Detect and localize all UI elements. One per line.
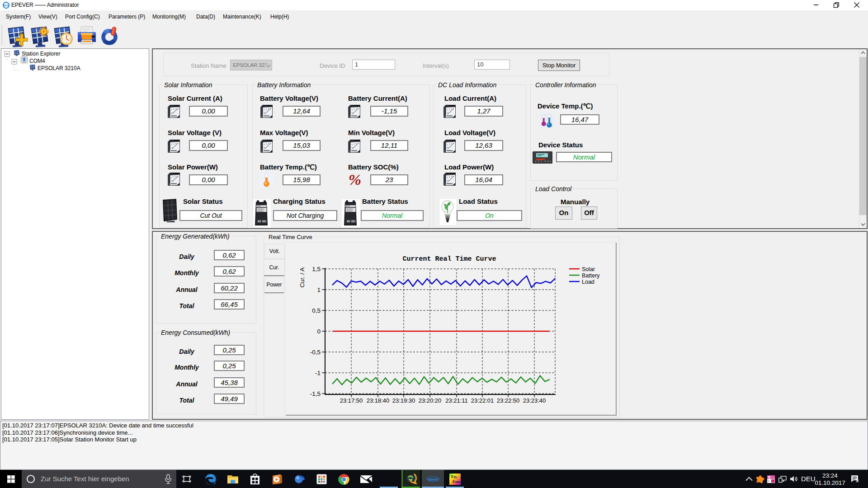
svg-text:0: 0 [317, 328, 321, 335]
svg-text:Current Real Time Curve: Current Real Time Curve [402, 255, 496, 263]
svg-text:23:18:40: 23:18:40 [367, 397, 390, 404]
svg-text:23:21:11: 23:21:11 [445, 397, 468, 404]
svg-text:Battery: Battery [582, 272, 600, 279]
svg-text:-1: -1 [315, 370, 321, 376]
svg-text:23:22:50: 23:22:50 [497, 397, 520, 404]
svg-text:1,5: 1,5 [312, 266, 321, 272]
svg-text:BUS: BUS [4, 4, 9, 7]
svg-text:Cur. / A: Cur. / A [299, 267, 306, 287]
svg-text:epever: epever [428, 478, 439, 481]
svg-text:23:22:01: 23:22:01 [471, 397, 494, 404]
svg-text:23:23:40: 23:23:40 [523, 397, 546, 404]
svg-text:Foto: Foto [453, 479, 461, 484]
svg-text:1: 1 [317, 286, 321, 293]
svg-text:-0,5: -0,5 [310, 349, 321, 356]
svg-text:Solar: Solar [582, 266, 595, 272]
svg-text:0,5: 0,5 [312, 307, 321, 314]
svg-text:Fix: Fix [451, 474, 457, 479]
svg-text:23:20:20: 23:20:20 [419, 397, 442, 404]
svg-text:23:19:30: 23:19:30 [392, 397, 415, 404]
svg-text:23:17:50: 23:17:50 [340, 397, 363, 404]
svg-text:-1,5: -1,5 [310, 390, 321, 397]
svg-text:Load: Load [582, 279, 594, 285]
